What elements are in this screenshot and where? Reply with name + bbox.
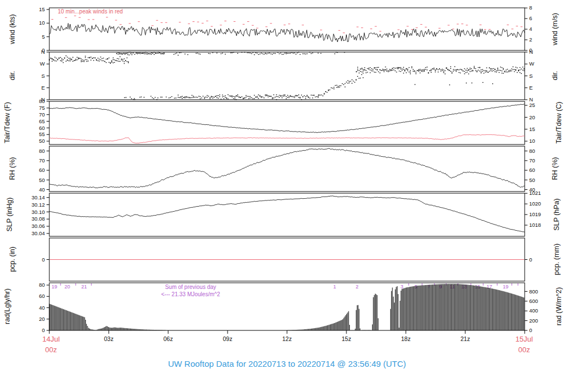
- x-axis-start-date: 14Jul 00z: [38, 334, 64, 355]
- svg-text:600: 600: [529, 298, 538, 304]
- svg-text:50: 50: [529, 177, 535, 183]
- svg-text:80: 80: [39, 98, 45, 104]
- svg-text:1021: 1021: [529, 190, 541, 196]
- svg-text:30.04: 30.04: [31, 230, 45, 236]
- svg-text:80: 80: [39, 148, 45, 154]
- svg-text:20: 20: [39, 316, 45, 322]
- svg-text:1: 1: [333, 284, 336, 290]
- svg-text:E: E: [529, 85, 533, 91]
- svg-text:30.12: 30.12: [31, 202, 45, 208]
- svg-text:12z: 12z: [283, 335, 292, 342]
- svg-text:06z: 06z: [164, 335, 173, 342]
- svg-text:0: 0: [529, 327, 532, 333]
- pcp-panel: 00: [42, 238, 533, 281]
- svg-text:E: E: [41, 85, 45, 91]
- peak-wind-note: 10 min...peak winds in red: [58, 8, 123, 15]
- svg-text:N: N: [529, 49, 533, 55]
- svg-text:70: 70: [39, 111, 45, 118]
- svg-text:19: 19: [52, 284, 57, 290]
- rad-panel: 0204060800200400600800192021123579111315…: [39, 282, 538, 333]
- svg-text:60: 60: [529, 167, 535, 173]
- svg-text:0: 0: [529, 256, 532, 263]
- svg-text:2: 2: [529, 36, 532, 43]
- svg-text:6: 6: [529, 15, 532, 21]
- svg-text:50: 50: [39, 177, 45, 183]
- svg-text:0: 0: [42, 256, 45, 263]
- end-date-line1: 15Jul: [511, 334, 538, 344]
- meteogram-plot-canvas: 05101502468NWSENNWSEN5055606570758010152…: [0, 0, 574, 392]
- svg-text:15z: 15z: [342, 335, 351, 342]
- svg-text:S: S: [529, 73, 533, 79]
- svg-text:50: 50: [39, 138, 45, 144]
- meteogram-figure: 05101502468NWSENNWSEN5055606570758010152…: [0, 0, 574, 392]
- svg-text:800: 800: [529, 288, 538, 295]
- radiation-sum-note: Sum of previous day <--- 21.33 MJoules/m…: [135, 283, 247, 298]
- svg-text:30.08: 30.08: [31, 216, 45, 222]
- start-date-line1: 14Jul: [38, 334, 64, 344]
- svg-text:0: 0: [42, 327, 45, 333]
- svg-text:20: 20: [529, 114, 535, 120]
- svg-text:30.06: 30.06: [31, 223, 45, 229]
- svg-text:70: 70: [39, 157, 45, 164]
- svg-text:80: 80: [39, 282, 45, 288]
- svg-text:1019: 1019: [529, 211, 541, 217]
- svg-text:19: 19: [503, 284, 508, 290]
- svg-text:20: 20: [64, 284, 70, 290]
- svg-text:9: 9: [439, 284, 442, 290]
- svg-text:1018: 1018: [529, 222, 541, 228]
- end-date-line2: 00z: [511, 344, 538, 355]
- x-axis-end-date: 15Jul 00z: [511, 334, 538, 355]
- rad-right-axis-title: rad (W/m^2): [554, 264, 564, 348]
- x-axis: 03z06z09z12z15z18z21z: [49, 330, 525, 342]
- svg-text:03z: 03z: [104, 335, 114, 342]
- svg-text:W: W: [529, 60, 534, 67]
- svg-text:30.10: 30.10: [31, 209, 45, 215]
- svg-text:70: 70: [529, 157, 535, 164]
- svg-text:W: W: [40, 60, 45, 67]
- figure-title: UW Rooftop Data for 20220713 to 20220714…: [0, 359, 574, 368]
- svg-text:65: 65: [39, 118, 45, 124]
- svg-text:400: 400: [529, 307, 538, 314]
- svg-text:200: 200: [529, 318, 538, 324]
- svg-text:60: 60: [39, 125, 45, 131]
- svg-text:1020: 1020: [529, 200, 541, 207]
- svg-text:10: 10: [39, 20, 45, 26]
- radiation-sum-line2: <--- 21.33 MJoules/m^2: [135, 291, 247, 298]
- svg-text:25: 25: [529, 102, 535, 108]
- svg-text:60: 60: [39, 293, 45, 299]
- svg-text:55: 55: [39, 131, 45, 137]
- svg-text:30.14: 30.14: [31, 194, 45, 200]
- svg-text:40: 40: [39, 305, 45, 311]
- rh-panel: 40506070804050607080: [39, 146, 535, 193]
- radiation-sum-line1: Sum of previous day: [135, 283, 247, 291]
- slp-panel: 30.0430.0630.0830.1030.1230.141018101910…: [31, 190, 541, 236]
- svg-text:75: 75: [39, 105, 45, 111]
- svg-text:8: 8: [529, 4, 532, 11]
- svg-text:N: N: [41, 49, 45, 55]
- svg-text:80: 80: [529, 148, 535, 154]
- svg-text:S: S: [41, 73, 45, 79]
- svg-text:21z: 21z: [461, 335, 470, 342]
- tair-panel: 5055606570758010152025: [39, 98, 535, 144]
- svg-text:10: 10: [529, 138, 535, 144]
- svg-text:18z: 18z: [401, 335, 411, 342]
- svg-text:4: 4: [529, 26, 532, 32]
- start-date-line2: 00z: [38, 344, 64, 355]
- svg-text:2: 2: [355, 284, 358, 290]
- svg-text:21: 21: [81, 284, 87, 290]
- svg-text:40: 40: [39, 186, 45, 193]
- svg-text:15: 15: [529, 126, 535, 132]
- svg-text:09z: 09z: [223, 335, 233, 342]
- rad-left-axis-title: rad(Lgly/hr): [2, 264, 12, 348]
- svg-text:5: 5: [42, 34, 45, 40]
- dir-panel: NWSENNWSEN: [40, 49, 534, 102]
- svg-text:15: 15: [39, 6, 45, 12]
- svg-text:60: 60: [39, 167, 45, 173]
